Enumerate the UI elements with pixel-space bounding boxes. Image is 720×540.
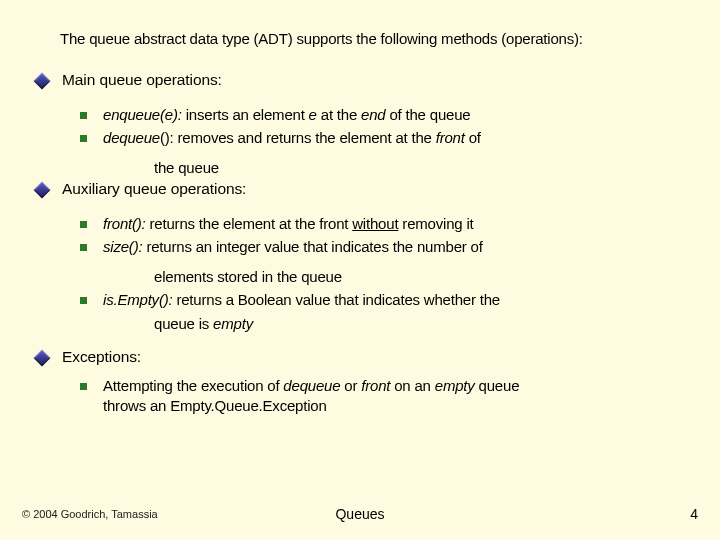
footer: © 2004 Goodrich, Tamassia Queues 4 [0,506,720,522]
size-continuation: elements stored in the queue [154,267,698,287]
list-item: dequeue(): removes and returns the eleme… [80,128,698,148]
list-item: front(): returns the element at the fron… [80,214,698,234]
slide-content: The queue abstract data type (ADT) suppo… [0,0,720,416]
page-number: 4 [690,506,698,522]
section-aux: Auxiliary queue operations: [22,180,698,198]
square-bullet-icon [80,135,87,142]
square-bullet-icon [80,112,87,119]
isempty-continuation: queue is empty [154,314,698,334]
item-isempty: is.Empty(): returns a Boolean value that… [103,290,500,310]
section-main-label: Main queue operations: [62,71,222,89]
square-bullet-icon [80,383,87,390]
section-exc-label: Exceptions: [62,348,141,366]
section-main: Main queue operations: [22,71,698,89]
list-item: Attempting the execution of dequeue or f… [80,376,698,417]
item-dequeue: dequeue(): removes and returns the eleme… [103,128,481,148]
diamond-bullet-icon [34,181,51,198]
footer-title: Queues [335,506,384,522]
main-sublist: enqueue(e): inserts an element e at the … [80,105,698,149]
square-bullet-icon [80,221,87,228]
item-front: front(): returns the element at the fron… [103,214,474,234]
square-bullet-icon [80,297,87,304]
exc-sublist: Attempting the execution of dequeue or f… [80,376,698,417]
item-exception: Attempting the execution of dequeue or f… [103,376,519,417]
section-exc: Exceptions: [22,348,698,366]
copyright-text: © 2004 Goodrich, Tamassia [22,508,158,520]
list-item: is.Empty(): returns a Boolean value that… [80,290,698,310]
aux-sublist: front(): returns the element at the fron… [80,214,698,258]
list-item: size(): returns an integer value that in… [80,237,698,257]
intro-text: The queue abstract data type (ADT) suppo… [60,30,698,49]
section-aux-label: Auxiliary queue operations: [62,180,246,198]
aux-sublist-2: is.Empty(): returns a Boolean value that… [80,290,698,310]
diamond-bullet-icon [34,72,51,89]
diamond-bullet-icon [34,349,51,366]
list-item: enqueue(e): inserts an element e at the … [80,105,698,125]
item-enqueue: enqueue(e): inserts an element e at the … [103,105,470,125]
square-bullet-icon [80,244,87,251]
dequeue-continuation: the queue [154,158,698,178]
item-size: size(): returns an integer value that in… [103,237,483,257]
